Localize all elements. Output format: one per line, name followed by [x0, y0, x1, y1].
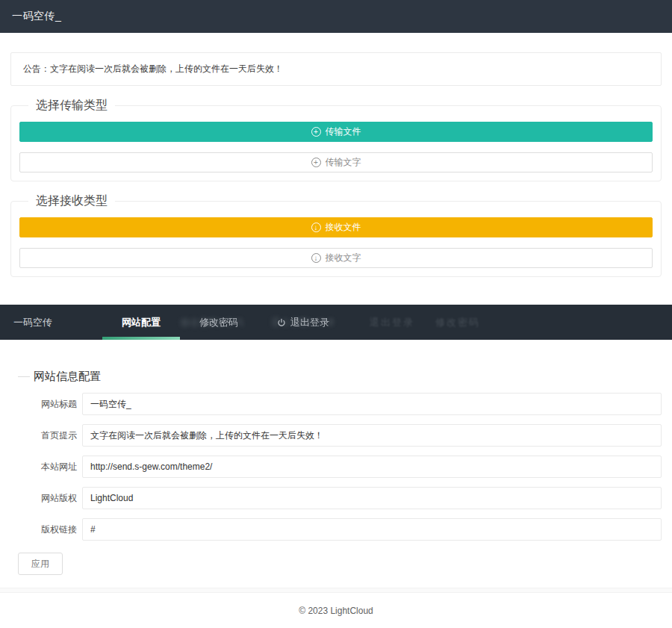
- admin-navbar: 一码空传 网站配置 修改密码 退出登录 退出登录 修改密码: [0, 305, 672, 340]
- transfer-file-button[interactable]: + 传输文件: [19, 122, 653, 142]
- home-hint-label: 首页提示: [41, 429, 82, 442]
- receive-file-label: 接收文件: [326, 221, 361, 234]
- transfer-text-label: 传输文字: [326, 156, 361, 169]
- home-hint-input[interactable]: [82, 424, 662, 447]
- site-url-input[interactable]: [82, 456, 662, 478]
- tab-site-config-label: 网站配置: [122, 316, 161, 329]
- transfer-section-title: 选择传输类型: [28, 98, 115, 114]
- config-form-title: 网站信息配置: [18, 370, 662, 384]
- receive-text-label: 接收文字: [326, 252, 361, 264]
- announcement-text: 公告：文字在阅读一次后就会被删除，上传的文件在一天后失效！: [23, 63, 283, 74]
- site-brand[interactable]: 一码空传_: [12, 10, 61, 23]
- circle-plus-icon: +: [311, 158, 321, 167]
- transfer-file-label: 传输文件: [326, 125, 361, 138]
- public-navbar: 一码空传_: [0, 0, 672, 33]
- footer-copyright: © 2023 LightCloud: [0, 606, 672, 616]
- tab-site-config[interactable]: 网站配置: [102, 305, 180, 340]
- power-icon: [277, 318, 286, 327]
- transfer-text-button[interactable]: + 传输文字: [19, 152, 653, 172]
- announcement-box: 公告：文字在阅读一次后就会被删除，上传的文件在一天后失效！: [10, 52, 662, 86]
- tab-change-password[interactable]: 修改密码: [180, 305, 258, 340]
- form-row-copyright-link: 版权链接: [18, 518, 662, 541]
- receive-text-button[interactable]: ↓ 接收文字: [19, 248, 653, 268]
- tab-logout-label: 退出登录: [290, 316, 329, 329]
- circle-plus-icon: +: [311, 127, 321, 137]
- apply-button[interactable]: 应用: [18, 553, 63, 575]
- form-row-site-title: 网站标题: [18, 393, 662, 415]
- admin-content: 网站信息配置 网站标题 首页提示 本站网址 网站版权 版权链接 应用: [0, 340, 672, 575]
- site-url-label: 本站网址: [41, 461, 82, 473]
- form-row-copyright: 网站版权: [18, 487, 662, 509]
- tab-change-password-label: 修改密码: [199, 316, 238, 329]
- transfer-type-section: 选择传输类型 + 传输文件 + 传输文字: [10, 98, 662, 181]
- receive-type-section: 选择接收类型 ↓ 接收文件 ↓ 接收文字: [10, 193, 662, 277]
- receive-file-button[interactable]: ↓ 接收文件: [19, 217, 653, 237]
- copyright-link-label: 版权链接: [41, 523, 82, 536]
- config-form-title-text: 网站信息配置: [34, 370, 101, 384]
- receive-section-title: 选择接收类型: [28, 193, 115, 209]
- form-row-site-url: 本站网址: [18, 456, 662, 478]
- site-title-input[interactable]: [82, 393, 662, 415]
- admin-brand[interactable]: 一码空传: [0, 305, 66, 340]
- copyright-label: 网站版权: [41, 492, 82, 505]
- circle-down-icon: ↓: [311, 223, 321, 232]
- footer-divider: [0, 588, 672, 593]
- form-row-home-hint: 首页提示: [18, 424, 662, 447]
- site-title-label: 网站标题: [41, 398, 82, 411]
- circle-down-icon: ↓: [311, 253, 321, 263]
- ghost-text: 修改密码: [435, 305, 480, 340]
- ghost-text: 退出登录: [370, 305, 414, 340]
- copyright-link-input[interactable]: [82, 518, 662, 541]
- copyright-input[interactable]: [82, 487, 662, 509]
- tab-logout[interactable]: 退出登录: [258, 305, 349, 340]
